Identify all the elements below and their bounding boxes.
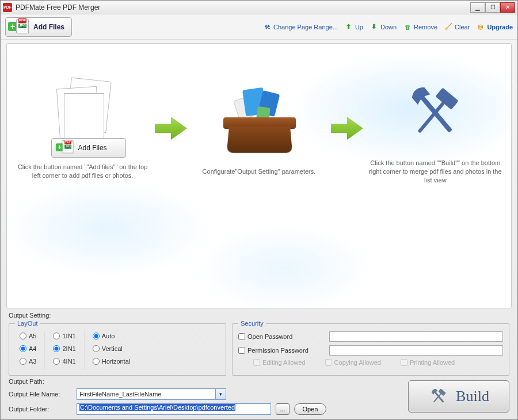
radio-vertical[interactable]: Vertical xyxy=(93,345,131,352)
step-1-text: Click the button named ""Add files"" on … xyxy=(14,163,152,180)
clear-button[interactable]: 🧹 Clear xyxy=(444,23,470,31)
step-2-illustration xyxy=(190,81,328,162)
wrench-hammer-icon xyxy=(401,78,470,147)
window-title: PDFMate Free PDF Merger xyxy=(16,3,470,12)
add-files-icon: + PDFJPG xyxy=(55,142,74,154)
open-password-input[interactable] xyxy=(329,331,503,342)
upgrade-button[interactable]: ◎ Upgrade xyxy=(477,23,513,31)
up-button[interactable]: ⬆ Up xyxy=(345,23,363,31)
open-button[interactable]: Open xyxy=(294,403,326,415)
arrow-icon xyxy=(330,116,364,141)
step-2: Configurate"Output Setting" parameters. xyxy=(190,81,328,176)
add-files-button[interactable]: + PDF JPG Add Files xyxy=(5,17,72,37)
app-icon: PDF xyxy=(3,3,12,12)
permission-password-input[interactable] xyxy=(329,345,503,356)
step-2-text: Configurate"Output Setting" parameters. xyxy=(190,167,328,176)
up-label: Up xyxy=(355,24,363,30)
permission-password-checkbox[interactable]: Permission Password xyxy=(238,347,325,354)
arrow-up-icon: ⬆ xyxy=(345,23,353,31)
build-label: Build xyxy=(456,388,489,405)
remove-label: Remove xyxy=(414,24,437,30)
layout-legend: LayOut xyxy=(15,320,40,327)
radio-a3[interactable]: A3 xyxy=(20,358,36,365)
mini-add-files-label: Add Files xyxy=(78,144,107,152)
chevron-down-icon: ▾ xyxy=(215,389,226,399)
editing-allowed-checkbox[interactable]: Editing Allowed xyxy=(253,359,306,366)
clear-label: Clear xyxy=(455,24,470,30)
step-3-text: Click the button named ""Build"" on the … xyxy=(366,159,504,185)
browse-button[interactable]: ... xyxy=(276,403,290,415)
change-page-range-button[interactable]: 🛠 Change Page Range... xyxy=(263,23,338,31)
toolbar: + PDF JPG Add Files 🛠 Change Page Range.… xyxy=(1,14,517,40)
main-area: PDF JPG + PDFJPG Add Files Click the but… xyxy=(6,43,512,308)
window-controls: ▁ ☐ ✕ xyxy=(470,2,515,13)
close-button[interactable]: ✕ xyxy=(500,2,515,13)
step-3: Click the button named ""Build"" on the … xyxy=(366,72,504,185)
step-1: PDF JPG + PDFJPG Add Files Click the but… xyxy=(14,77,152,180)
printing-allowed-checkbox[interactable]: Printing Allowed xyxy=(401,359,455,366)
radio-horizontal[interactable]: Horizontal xyxy=(93,358,131,365)
app-window: PDF PDFMate Free PDF Merger ▁ ☐ ✕ + PDF … xyxy=(0,0,518,420)
build-button[interactable]: Build xyxy=(408,380,509,413)
down-button[interactable]: ⬇ Down xyxy=(370,23,397,31)
radio-a4[interactable]: A4 xyxy=(20,345,36,352)
radio-a5[interactable]: A5 xyxy=(20,333,36,339)
output-file-name-value: FirstFileName_LastFileName xyxy=(79,391,161,398)
bottom-section: Output Path: Output File Name: FirstFile… xyxy=(1,376,517,419)
add-files-label: Add Files xyxy=(33,23,64,31)
security-fieldset: Security Open Password Permission Passwo… xyxy=(232,320,509,376)
radio-2in1[interactable]: 2IN1 xyxy=(53,345,75,352)
upgrade-label: Upgrade xyxy=(487,24,513,30)
remove-button[interactable]: 🗑 Remove xyxy=(403,23,437,31)
step-1-illustration: PDF JPG + PDFJPG Add Files xyxy=(14,77,152,157)
maximize-button[interactable]: ☐ xyxy=(485,2,500,13)
mini-add-files-button[interactable]: + PDFJPG Add Files xyxy=(51,138,126,158)
toolbar-actions: 🛠 Change Page Range... ⬆ Up ⬇ Down 🗑 Rem… xyxy=(263,23,513,31)
arrow-icon xyxy=(154,116,188,141)
add-files-icon: + PDF JPG xyxy=(8,20,30,35)
minimize-button[interactable]: ▁ xyxy=(470,2,485,13)
radio-1in1[interactable]: 1IN1 xyxy=(53,333,75,339)
security-legend: Security xyxy=(238,320,266,327)
steps-row: PDF JPG + PDFJPG Add Files Click the but… xyxy=(13,72,505,185)
down-label: Down xyxy=(380,24,397,30)
svg-rect-1 xyxy=(418,100,447,133)
trash-icon: 🗑 xyxy=(403,23,412,31)
arrow-down-icon: ⬇ xyxy=(370,23,378,31)
output-setting-section: Output Setting: LayOut A5 A4 A3 1IN1 2IN… xyxy=(1,308,517,376)
output-folder-label: Output Folder: xyxy=(9,406,72,413)
layout-fieldset: LayOut A5 A4 A3 1IN1 2IN1 4IN1 xyxy=(9,320,226,376)
radio-auto[interactable]: Auto xyxy=(93,333,131,339)
open-password-checkbox[interactable]: Open Password xyxy=(238,333,325,340)
radio-4in1[interactable]: 4IN1 xyxy=(53,358,75,365)
clear-icon: 🧹 xyxy=(444,23,452,31)
build-icon xyxy=(428,386,449,407)
tools-icon: 🛠 xyxy=(263,23,271,31)
output-setting-label: Output Setting: xyxy=(9,312,509,319)
output-folder-value: C:\Documents and Settings\Ariel\Desktop\… xyxy=(79,404,235,411)
output-folder-input[interactable]: C:\Documents and Settings\Ariel\Desktop\… xyxy=(77,403,271,415)
output-file-name-label: Output File Name: xyxy=(9,391,72,398)
upgrade-icon: ◎ xyxy=(477,23,485,31)
step-3-illustration xyxy=(366,72,504,153)
copying-allowed-checkbox[interactable]: Copying Allowed xyxy=(325,359,381,366)
change-page-range-label: Change Page Range... xyxy=(273,24,338,30)
output-file-name-combo[interactable]: FirstFileName_LastFileName ▾ xyxy=(77,388,226,400)
titlebar: PDF PDFMate Free PDF Merger ▁ ☐ ✕ xyxy=(1,1,517,14)
